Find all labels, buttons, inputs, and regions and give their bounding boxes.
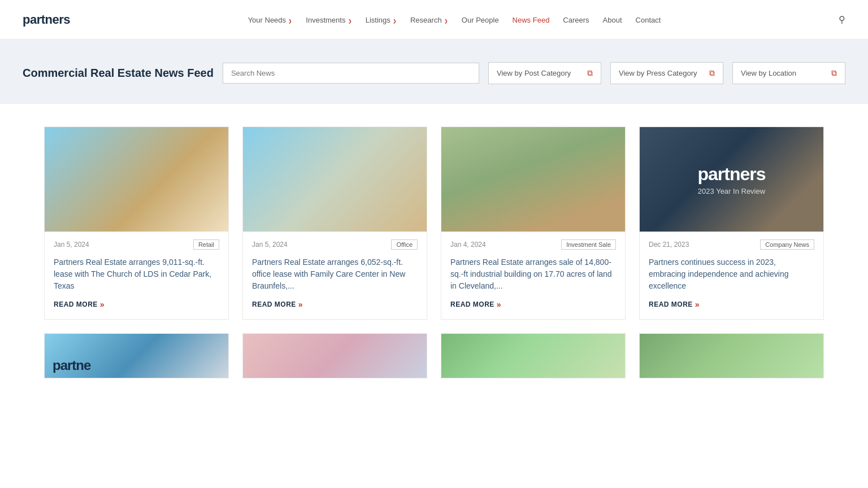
press-category-dropdown[interactable]: View by Press Category ⧉ <box>610 62 723 84</box>
page-title: Commercial Real Estate News Feed <box>23 67 214 80</box>
card-image <box>441 334 625 378</box>
partners-logo-overlay: partners <box>697 164 765 185</box>
nav-link-news-feed[interactable]: News Feed <box>513 16 550 24</box>
read-more-label: READ MORE <box>54 300 98 308</box>
chevron-icon: ❯ <box>443 19 448 24</box>
news-card-partial <box>639 333 824 378</box>
news-grid-bottom: partne <box>44 333 824 378</box>
arrow-icon: » <box>298 300 303 309</box>
read-more-link[interactable]: READ MORE » <box>252 300 418 309</box>
arrow-icon: » <box>497 300 501 309</box>
card-image <box>45 127 228 232</box>
news-card: Jan 4, 2024 Investment Sale Partners Rea… <box>441 127 626 320</box>
news-card-partial: partne <box>44 333 229 378</box>
news-card: Jan 5, 2024 Retail Partners Real Estate … <box>44 127 229 320</box>
search-icon[interactable]: ⚲ <box>839 14 845 25</box>
filter-bar: Commercial Real Estate News Feed View by… <box>0 40 868 104</box>
card-image <box>243 127 427 232</box>
partners-logo: partne <box>53 358 90 373</box>
overlay-subtitle: 2023 Year In Review <box>698 187 765 195</box>
nav-link-investments[interactable]: Investments ❯ <box>306 16 351 24</box>
read-more-label: READ MORE <box>450 300 494 308</box>
nav-link-listings[interactable]: Listings ❯ <box>366 16 397 24</box>
read-more-label: READ MORE <box>649 300 693 308</box>
nav-link-about[interactable]: About <box>603 16 622 24</box>
nav-link-our-people[interactable]: Our People <box>462 16 499 24</box>
card-image <box>243 334 427 378</box>
news-tag: Office <box>391 239 418 250</box>
location-dropdown[interactable]: View by Location ⧉ <box>732 62 845 84</box>
chevron-icon: ❯ <box>346 19 351 24</box>
chevron-icon: ❯ <box>287 19 292 24</box>
nav-links: Your Needs ❯Investments ❯Listings ❯Resea… <box>248 15 661 25</box>
news-date: Jan 4, 2024 <box>450 241 486 249</box>
card-image <box>640 334 823 378</box>
news-date: Jan 5, 2024 <box>252 241 288 249</box>
nav-link-contact[interactable]: Contact <box>636 16 661 24</box>
news-card-partial <box>242 333 427 378</box>
search-input[interactable] <box>223 63 479 84</box>
card-image: partners 2023 Year In Review <box>640 127 823 232</box>
chevron-down-icon: ⧉ <box>587 68 593 78</box>
chevron-down-icon: ⧉ <box>709 68 715 78</box>
read-more-link[interactable]: READ MORE » <box>450 300 616 309</box>
read-more-link[interactable]: READ MORE » <box>649 300 814 309</box>
arrow-icon: » <box>695 300 700 309</box>
news-date: Jan 5, 2024 <box>54 241 89 249</box>
card-image: partne <box>45 334 228 378</box>
news-card: partners 2023 Year In Review Dec 21, 202… <box>639 127 824 320</box>
main-content: Jan 5, 2024 Retail Partners Real Estate … <box>21 104 847 401</box>
news-title: Partners Real Estate arranges 9,011-sq.-… <box>54 256 219 292</box>
news-date: Dec 21, 2023 <box>649 241 689 249</box>
main-nav: partners Your Needs ❯Investments ❯Listin… <box>0 0 868 40</box>
chevron-icon: ❯ <box>392 19 397 24</box>
arrow-icon: » <box>100 300 105 309</box>
location-label: View by Location <box>741 69 796 77</box>
news-card: Jan 5, 2024 Office Partners Real Estate … <box>242 127 427 320</box>
news-title: Partners Real Estate arranges sale of 14… <box>450 256 616 292</box>
post-category-dropdown[interactable]: View by Post Category ⧉ <box>488 62 601 84</box>
news-title: Partners Real Estate arranges 6,052-sq.-… <box>252 256 418 292</box>
read-more-link[interactable]: READ MORE » <box>54 300 219 309</box>
news-tag: Company News <box>760 239 814 250</box>
nav-link-research[interactable]: Research ❯ <box>410 16 448 24</box>
news-tag: Retail <box>193 239 219 250</box>
news-title: Partners continues success in 2023, embr… <box>649 256 814 292</box>
logo[interactable]: partners <box>23 12 70 27</box>
nav-link-your-needs[interactable]: Your Needs ❯ <box>248 16 293 24</box>
read-more-label: READ MORE <box>252 300 296 308</box>
nav-link-careers[interactable]: Careers <box>563 16 589 24</box>
news-card-partial <box>441 333 626 378</box>
news-grid: Jan 5, 2024 Retail Partners Real Estate … <box>44 127 824 320</box>
chevron-down-icon: ⧉ <box>831 68 837 78</box>
card-image <box>441 127 625 232</box>
press-category-label: View by Press Category <box>619 69 697 77</box>
news-tag: Investment Sale <box>561 239 616 250</box>
post-category-label: View by Post Category <box>497 69 571 77</box>
